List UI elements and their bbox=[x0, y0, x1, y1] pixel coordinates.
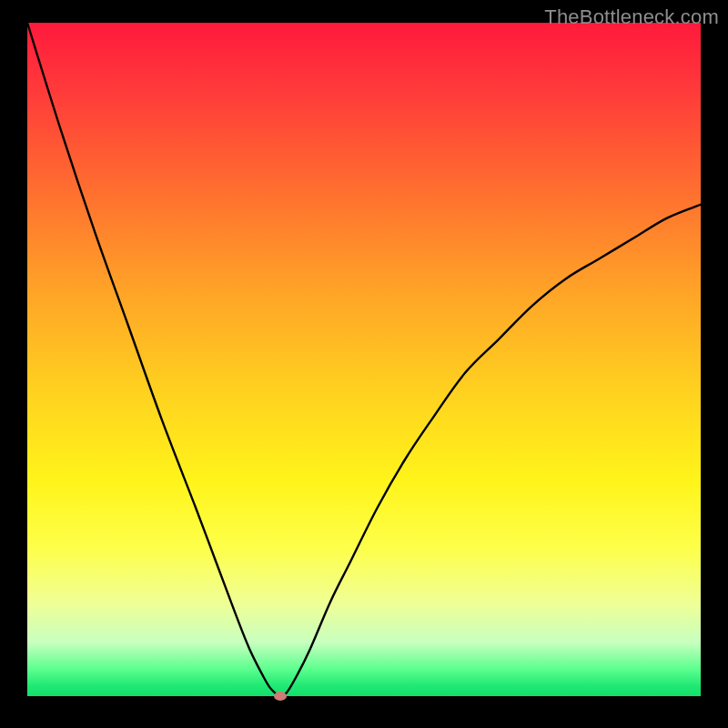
bottleneck-curve bbox=[27, 23, 701, 696]
chart-frame: TheBottleneck.com bbox=[0, 0, 728, 728]
plot-area bbox=[27, 23, 701, 696]
watermark: TheBottleneck.com bbox=[544, 5, 719, 29]
optimal-point-marker bbox=[274, 692, 287, 701]
